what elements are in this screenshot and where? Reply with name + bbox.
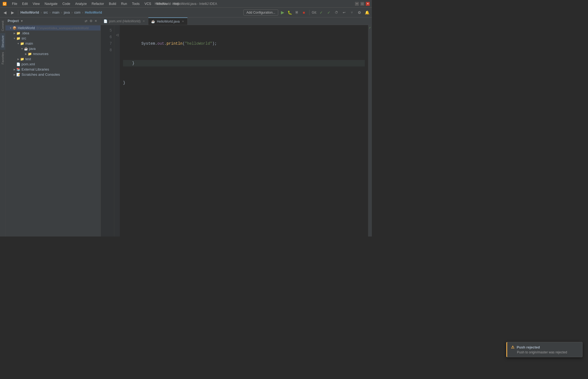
editor-right-margin: ✓ — [368, 25, 372, 237]
panel-sync-button[interactable]: ⇄ — [84, 19, 88, 23]
title-bar: IJ File Edit View Navigate Code Analyze … — [0, 0, 372, 8]
code-line-5: System.out.println("helloWorld"); — [123, 40, 365, 47]
resources-folder-name: resources — [33, 52, 48, 56]
pom-xml-name: pom.xml — [22, 62, 35, 66]
project-name-label: HelloWorld — [20, 10, 39, 14]
ext-lib-name: External Libraries — [22, 67, 49, 71]
run-button[interactable]: ▶ — [279, 9, 286, 16]
tab-pom-close[interactable]: ✕ — [142, 19, 145, 23]
breadcrumb-src: src — [44, 11, 48, 14]
editor-area: 📄 pom.xml (HelloWorld) ✕ ☕ HelloWorld.ja… — [101, 17, 372, 237]
notifications-button[interactable]: 🔔 — [364, 9, 370, 16]
idea-folder-name: .idea — [22, 31, 29, 35]
path-sep-4: › — [71, 10, 72, 14]
panel-close-button[interactable]: ✕ — [93, 19, 98, 23]
editor-tab-bar: 📄 pom.xml (HelloWorld) ✕ ☕ HelloWorld.ja… — [101, 17, 372, 25]
main-folder-name: main — [25, 41, 33, 46]
tree-pom-xml[interactable]: ▶ 📄 pom.xml — [5, 62, 100, 67]
test-folder-name: test — [25, 57, 31, 61]
path-sep-3: › — [61, 10, 62, 14]
panel-cog-button[interactable]: ⚙ — [88, 19, 93, 23]
tree-resources-folder[interactable]: ▶ 📁 resources — [5, 51, 100, 56]
tab-helloworld-java[interactable]: ☕ HelloWorld.java ✕ — [148, 17, 188, 25]
add-configuration-button[interactable]: Add Configuration... — [243, 10, 278, 16]
path-sep-1: › — [41, 10, 42, 14]
code-line-8 — [123, 99, 365, 106]
menu-code[interactable]: Code — [60, 1, 72, 6]
back-button[interactable]: ◀ — [2, 9, 8, 16]
main-toolbar: ◀ ▶ HelloWorld › src › main › java › com… — [0, 8, 372, 17]
menu-analyze[interactable]: Analyze — [73, 1, 89, 6]
settings-button[interactable]: ⚙ — [356, 9, 363, 16]
tab-pom-xml[interactable]: 📄 pom.xml (HelloWorld) ✕ — [101, 17, 148, 25]
main-area: Commit Structure Favorites Project ▼ ⇄ ⚙… — [0, 17, 372, 237]
menu-file[interactable]: File — [10, 1, 19, 6]
project-panel-title: Project — [8, 19, 19, 23]
debug-button[interactable]: 🐛 — [286, 9, 293, 16]
git-revert-button[interactable]: ↩ — [341, 9, 347, 16]
menu-run[interactable]: Run — [119, 1, 129, 6]
tab-pom-label: pom.xml (HelloWorld) — [109, 19, 140, 23]
project-panel: Project ▼ ⇄ ⚙ ✕ ▼ 📦 HelloWorld D:\mywork… — [5, 17, 101, 237]
breadcrumb-main: main — [52, 11, 59, 14]
path-sep-2: › — [50, 10, 51, 14]
forward-button[interactable]: ▶ — [9, 9, 16, 16]
menu-build[interactable]: Build — [107, 1, 118, 6]
close-button[interactable]: ✕ — [366, 2, 370, 6]
code-line-7: } — [123, 80, 365, 86]
project-panel-header: Project ▼ ⇄ ⚙ ✕ — [5, 17, 100, 25]
tree-test-folder[interactable]: ▶ 📁 test — [5, 56, 100, 62]
menu-tools[interactable]: Tools — [130, 1, 142, 6]
git-history-button[interactable]: ⏱ — [333, 9, 340, 16]
editor-gutter: ◁ — [114, 25, 120, 237]
coverage-button[interactable]: ⛨ — [293, 9, 300, 16]
breadcrumb-java: java — [64, 11, 70, 14]
root-path: D:\mywork\idea_workspace\HelloWorld — [36, 26, 88, 30]
tree-java-folder[interactable]: ▼ ☕ java — [5, 46, 100, 51]
commit-tab[interactable]: Commit — [0, 19, 5, 33]
git-branch-button[interactable]: ⑂ — [348, 9, 355, 16]
tab-java-label: HelloWorld.java — [157, 20, 180, 23]
app-icon: IJ — [2, 1, 7, 6]
editor-content[interactable]: 5 6 7 8 ◁ System.out.println("helloWorld… — [101, 25, 372, 237]
tree-root-helloworld[interactable]: ▼ 📦 HelloWorld D:\mywork\idea_workspace\… — [5, 25, 100, 31]
code-content[interactable]: System.out.println("helloWorld"); } } — [120, 25, 368, 237]
code-line-6: } — [123, 60, 365, 66]
tree-external-libraries[interactable]: ▶ 📚 External Libraries — [5, 67, 100, 72]
line-numbers: 5 6 7 8 — [101, 25, 114, 237]
window-title: HelloWorld - HelloWorld.java - IntelliJ … — [155, 2, 217, 6]
menu-refactor[interactable]: Refactor — [90, 1, 106, 6]
scratches-name: Scratches and Consoles — [22, 72, 60, 77]
menu-vcs[interactable]: VCS — [142, 1, 154, 6]
path-sep-5: › — [82, 10, 83, 14]
git-checkmark-2[interactable]: ✓ — [326, 9, 332, 16]
structure-tab[interactable]: Structure — [0, 33, 5, 50]
tree-src-folder[interactable]: ▼ 📁 src — [5, 36, 100, 41]
breadcrumb-class: HelloWorld — [85, 11, 102, 14]
run-controls: ▶ 🐛 ⛨ ■ — [279, 9, 307, 16]
left-side-tabs: Commit Structure Favorites — [0, 17, 5, 237]
java-folder-name: java — [29, 47, 36, 51]
breadcrumb-com: com — [74, 11, 81, 14]
tree-main-folder[interactable]: ▼ 📁 main — [5, 41, 100, 46]
src-folder-name: src — [22, 36, 26, 40]
menu-edit[interactable]: Edit — [20, 1, 30, 6]
root-name: HelloWorld — [18, 26, 35, 30]
menu-navigate[interactable]: Navigate — [42, 1, 60, 6]
stop-button[interactable]: ■ — [301, 9, 307, 16]
git-label: Git: — [312, 11, 317, 14]
tab-java-close[interactable]: ✕ — [181, 19, 185, 23]
favorites-tab[interactable]: Favorites — [0, 50, 5, 66]
minimize-button[interactable]: ─ — [355, 2, 359, 6]
git-checkmark-1[interactable]: ✓ — [318, 9, 324, 16]
svg-text:IJ: IJ — [4, 2, 6, 5]
tree-scratches-consoles[interactable]: ▶ 📝 Scratches and Consoles — [5, 72, 100, 77]
tree-idea-folder[interactable]: ▶ 📁 .idea — [5, 31, 100, 36]
project-tree[interactable]: ▼ 📦 HelloWorld D:\mywork\idea_workspace\… — [5, 25, 100, 237]
menu-view[interactable]: View — [30, 1, 42, 6]
maximize-button[interactable]: □ — [360, 2, 364, 6]
